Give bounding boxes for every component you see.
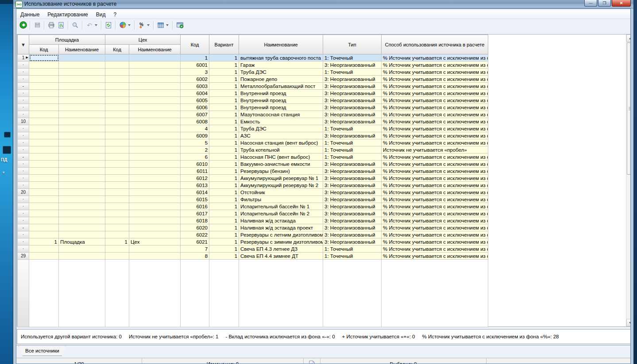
cell-kod[interactable]: 6012 xyxy=(181,175,209,182)
cell-tip[interactable]: 1: Точечный xyxy=(323,146,382,153)
cell-variant[interactable]: 1 xyxy=(209,182,239,189)
cell-ploshchadka-name[interactable] xyxy=(59,168,105,175)
cell-tip[interactable]: 1: Точечный xyxy=(323,54,382,61)
tab-all-sources[interactable]: Все источники xyxy=(19,346,66,356)
table-row[interactable]: ·60051Внутренний проезд3: Неорганизованн… xyxy=(18,97,488,104)
cell-ploshchadka-name[interactable] xyxy=(59,196,105,203)
table-row[interactable]: 2060141Отстойник3: Неорганизованный% Ист… xyxy=(18,189,488,196)
table-row[interactable]: 1▶11вытяжная труба сварочного поста1: То… xyxy=(18,54,488,61)
cell-ploshchadka-kod[interactable] xyxy=(29,90,59,97)
cell-variant[interactable]: 1 xyxy=(209,69,239,76)
row-indicator[interactable]: · xyxy=(18,168,29,175)
cell-tseh-name[interactable]: Цех xyxy=(129,238,181,245)
cell-tip[interactable]: 3: Неорганизованный xyxy=(323,210,382,217)
cell-name[interactable]: Резервуары с летним дизтопливом xyxy=(239,231,323,238)
cell-ploshchadka-name[interactable] xyxy=(59,146,105,153)
cell-variant[interactable]: 1 xyxy=(209,90,239,97)
cell-tip[interactable]: 3: Неорганизованный xyxy=(323,203,382,210)
cell-tseh-name[interactable] xyxy=(129,189,181,196)
desktop-icon[interactable] xyxy=(4,132,11,138)
cell-tseh-kod[interactable] xyxy=(105,118,129,125)
close-button[interactable]: ✕ xyxy=(612,0,631,7)
cell-tseh-kod[interactable] xyxy=(105,76,129,83)
table-row[interactable]: ·60041Внутренний проезд3: Неорганизованн… xyxy=(18,90,488,97)
cell-ploshchadka-kod[interactable] xyxy=(29,153,59,161)
cell-tseh-name[interactable] xyxy=(129,104,181,111)
cell-ploshchadka-name[interactable] xyxy=(59,210,105,217)
row-indicator[interactable]: - xyxy=(18,83,29,90)
cell-name[interactable]: Внутренний проезд xyxy=(239,90,323,97)
cell-name[interactable]: Труба ДЭС xyxy=(239,69,323,76)
cell-kod[interactable]: 6003 xyxy=(181,83,209,90)
cell-variant[interactable]: 1 xyxy=(209,118,239,125)
cell-tseh-kod[interactable]: 1 xyxy=(105,238,129,245)
cell-variant[interactable]: 1 xyxy=(209,168,239,175)
header-corner-dropdown[interactable]: ▼ xyxy=(18,35,29,54)
cell-tseh-name[interactable] xyxy=(129,175,181,182)
cell-variant[interactable]: 1 xyxy=(209,125,239,132)
row-indicator[interactable]: · xyxy=(18,97,29,104)
cell-kod[interactable]: 6006 xyxy=(181,104,209,111)
cell-kod[interactable]: 4 xyxy=(181,125,209,132)
cell-kod[interactable]: 6014 xyxy=(181,189,209,196)
cell-sposob[interactable]: % Источник учитывается с исключением из … xyxy=(382,245,488,253)
cell-tseh-name[interactable] xyxy=(129,132,181,139)
cell-ploshchadka-name[interactable] xyxy=(59,104,105,111)
cell-ploshchadka-kod[interactable] xyxy=(29,83,59,90)
cell-ploshchadka-kod[interactable] xyxy=(29,210,59,217)
cell-kod[interactable]: 6002 xyxy=(181,76,209,83)
cell-sposob[interactable]: % Источник учитывается с исключением из … xyxy=(382,238,488,245)
cell-ploshchadka-kod[interactable] xyxy=(29,104,59,111)
cell-tseh-name[interactable] xyxy=(129,54,181,61)
cell-ploshchadka-kod[interactable] xyxy=(29,196,59,203)
cell-ploshchadka-name[interactable] xyxy=(59,231,105,238)
cell-ploshchadka-name[interactable] xyxy=(59,76,105,83)
cell-ploshchadka-kod[interactable] xyxy=(29,203,59,210)
table-row[interactable]: ·60101Вакуумно-зачистные емкости3: Неорг… xyxy=(18,161,488,168)
cell-ploshchadka-kod[interactable] xyxy=(29,61,59,69)
cell-ploshchadka-kod[interactable] xyxy=(29,97,59,104)
cell-tseh-kod[interactable] xyxy=(105,97,129,104)
cell-kod[interactable]: 6018 xyxy=(181,217,209,224)
cell-kod[interactable]: 7 xyxy=(181,245,209,253)
cell-ploshchadka-kod[interactable] xyxy=(29,146,59,153)
cell-tip[interactable]: 3: Неорганизованный xyxy=(323,161,382,168)
cell-sposob[interactable]: % Источник учитывается с исключением из … xyxy=(382,118,488,125)
cell-tip[interactable]: 1: Точечный xyxy=(323,125,382,132)
header-tseh-name[interactable]: Наименование xyxy=(129,45,181,54)
cell-ploshchadka-name[interactable] xyxy=(59,217,105,224)
cell-ploshchadka-kod[interactable] xyxy=(29,253,59,260)
header-col-name[interactable]: Наименование xyxy=(239,35,323,54)
cell-name[interactable]: Пожарное депо xyxy=(239,76,323,83)
cell-name[interactable]: Испарительный бассейн № 2 xyxy=(239,210,323,217)
undo-button[interactable]: ↶ xyxy=(85,20,94,30)
cell-kod[interactable]: 6015 xyxy=(181,196,209,203)
cell-kod[interactable]: 6008 xyxy=(181,118,209,125)
form-confirm-button[interactable] xyxy=(175,20,185,30)
cell-ploshchadka-name[interactable] xyxy=(59,139,105,146)
row-indicator[interactable]: - xyxy=(18,153,29,161)
table-dropdown-caret[interactable] xyxy=(166,24,169,26)
cell-tseh-kod[interactable] xyxy=(105,231,129,238)
cell-variant[interactable]: 1 xyxy=(209,224,239,231)
cell-ploshchadka-kod[interactable] xyxy=(29,125,59,132)
cell-tip[interactable]: 3: Неорганизованный xyxy=(323,224,382,231)
cell-name[interactable]: Аккумулирующий резервуар № 1 xyxy=(239,175,323,182)
menu-help[interactable]: ? xyxy=(110,11,121,19)
cell-ploshchadka-name[interactable] xyxy=(59,90,105,97)
row-indicator[interactable]: · xyxy=(18,132,29,139)
table-row[interactable]: ·60151Фильтры3: Неорганизованный% Источн… xyxy=(18,196,488,203)
cell-ploshchadka-name[interactable] xyxy=(59,153,105,161)
cell-sposob[interactable]: % Источник учитывается с исключением из … xyxy=(382,125,488,132)
row-indicator[interactable]: · xyxy=(18,175,29,182)
desktop-icon-label[interactable]: в xyxy=(3,170,4,174)
back-button[interactable] xyxy=(18,20,28,30)
cell-tip[interactable]: 3: Неорганизованный xyxy=(323,217,382,224)
cell-ploshchadka-kod[interactable] xyxy=(29,224,59,231)
cell-sposob[interactable]: % Источник учитывается с исключением из … xyxy=(382,83,488,90)
cell-ploshchadka-kod[interactable] xyxy=(29,69,59,76)
header-ploshchadka-kod[interactable]: Код xyxy=(29,45,59,54)
cell-sposob[interactable]: Источник не учитывается «пробел» xyxy=(382,146,488,153)
header-group-ploshchadka[interactable]: Площадка xyxy=(29,35,105,45)
cell-tseh-kod[interactable] xyxy=(105,61,129,69)
